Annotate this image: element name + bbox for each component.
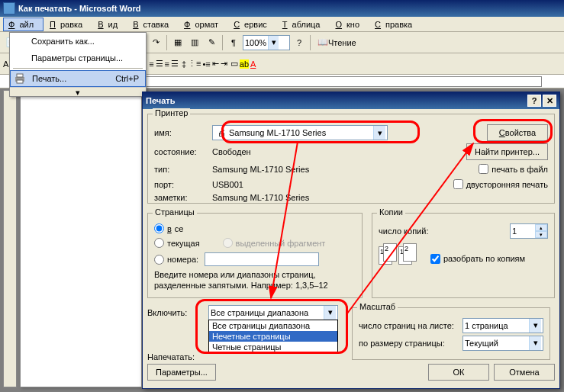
pages-selection-radio[interactable]: выделенный фрагмент <box>223 238 326 248</box>
pages-per-sheet-label: число страниц на листе: <box>359 321 458 330</box>
printer-icon <box>14 72 26 85</box>
printer-group-label: Принтер <box>153 108 190 117</box>
menu-expand[interactable]: ▾ <box>10 87 146 96</box>
copies-label: число копий: <box>379 227 428 236</box>
dialog-titlebar[interactable]: Печать ? ✕ <box>143 92 559 109</box>
line-spacing-button[interactable]: ‡ <box>182 59 186 69</box>
app-titlebar: Как печатать - Microsoft Word <box>0 0 564 17</box>
menu-tools[interactable]: Сервис <box>229 18 276 31</box>
copies-group: Копии число копий: ▴▾ 12 12 разобрать по… <box>372 213 555 298</box>
font-color-button[interactable]: A <box>250 59 256 69</box>
fit-label: по размеру страницы: <box>359 339 458 348</box>
borders-button[interactable]: ▭ <box>230 59 238 69</box>
pages-group-label: Страницы <box>153 207 197 217</box>
styles-button[interactable]: A <box>3 59 8 69</box>
paragraph-marks-button[interactable]: ¶ <box>226 35 241 50</box>
align-center-button[interactable]: ☰ <box>156 59 163 69</box>
svg-rect-2 <box>17 80 23 83</box>
highlight-button[interactable]: ab <box>240 59 249 69</box>
columns-button[interactable]: ▥ <box>187 35 202 50</box>
fit-select[interactable]: Текущий▾ <box>462 336 543 351</box>
read-mode-button[interactable]: 📖 Чтение <box>314 35 360 50</box>
menu-item-save-as[interactable]: Сохранить как... <box>10 33 146 50</box>
help-button[interactable]: ? <box>292 35 307 50</box>
menu-help[interactable]: Справка <box>370 18 421 31</box>
menu-item-print[interactable]: Печать...Ctrl+P <box>10 70 146 87</box>
numbered-list-button[interactable]: ⋮≡ <box>188 59 201 69</box>
menu-separator <box>13 68 143 69</box>
properties-button[interactable]: Свойства <box>487 124 548 141</box>
redo-button[interactable]: ↷ <box>148 35 163 50</box>
menu-view[interactable]: Вид <box>93 18 127 31</box>
copies-group-label: Копии <box>377 207 405 217</box>
document-page[interactable] <box>20 90 142 387</box>
pages-numbers-radio[interactable]: номера: <box>154 252 356 266</box>
pages-current-radio[interactable]: текущая <box>154 238 200 248</box>
menubar: Файл Правка Вид Вставка Формат Сервис Та… <box>0 17 564 32</box>
duplex-checkbox[interactable]: двусторонняя печать <box>453 179 548 189</box>
printer-name-select[interactable]: 🖨 Samsung ML-1710 Series▾ <box>212 125 388 140</box>
justify-button[interactable]: ☰ <box>171 59 179 69</box>
status-value: Свободен <box>212 147 251 156</box>
pages-numbers-input[interactable] <box>205 252 319 266</box>
cancel-button[interactable]: Отмена <box>494 364 555 381</box>
close-button[interactable]: ✕ <box>543 95 556 107</box>
include-opt-odd[interactable]: Нечетные страницы <box>209 331 337 342</box>
params-button[interactable]: Параметры... <box>147 364 216 381</box>
drawing-button[interactable]: ✎ <box>204 35 219 50</box>
menu-window[interactable]: Окно <box>330 18 369 31</box>
include-dropdown-list: Все страницы диапазона Нечетные страницы… <box>208 320 338 353</box>
help-button[interactable]: ? <box>527 95 541 107</box>
type-label: тип: <box>154 165 208 174</box>
menu-item-page-setup[interactable]: Параметры страницы... <box>10 50 146 66</box>
pages-group: Страницы все текущая выделенный фрагмент… <box>147 213 363 298</box>
align-right-button[interactable]: ≡ <box>165 59 169 69</box>
collate-checkbox[interactable]: разобрать по копиям <box>430 254 525 264</box>
include-label: Включить: <box>147 308 204 317</box>
notes-value: Samsung ML-1710 Series <box>212 193 309 202</box>
pages-per-sheet-select[interactable]: 1 страница▾ <box>462 318 543 333</box>
find-printer-button[interactable]: Найти принтер... <box>466 143 548 160</box>
menu-format[interactable]: Формат <box>179 18 227 31</box>
copies-spinner[interactable]: ▴▾ <box>510 223 548 239</box>
pages-hint: Введите номера или диапазоны страниц, ра… <box>154 269 356 291</box>
collate-icon: 12 12 <box>379 243 424 274</box>
include-opt-even[interactable]: Четные страницы <box>209 342 337 352</box>
word-icon <box>3 2 15 14</box>
zoom-combo[interactable]: 100%▾ <box>243 35 290 50</box>
status-label: состояние: <box>154 147 208 156</box>
svg-rect-1 <box>17 74 23 77</box>
scale-group-label: Масштаб <box>357 302 398 311</box>
vertical-ruler[interactable] <box>3 90 17 387</box>
menu-insert[interactable]: Вставка <box>128 18 178 31</box>
pages-all-radio[interactable]: все <box>154 223 356 233</box>
file-dropdown: Сохранить как... Параметры страницы... П… <box>9 32 147 97</box>
port-label: порт: <box>154 180 208 189</box>
table-button[interactable]: ▦ <box>170 35 185 50</box>
scale-group: Масштаб число страниц на листе: 1 страни… <box>352 307 550 360</box>
port-value: USB001 <box>212 180 243 189</box>
menu-edit[interactable]: Правка <box>45 18 92 31</box>
printer-small-icon: 🖨 <box>218 128 226 137</box>
include-select[interactable]: Все страницы диапазона▾ <box>208 305 338 320</box>
include-opt-all[interactable]: Все страницы диапазона <box>209 320 337 331</box>
type-value: Samsung ML-1710 Series <box>212 165 309 174</box>
decrease-indent-button[interactable]: ⇤ <box>212 59 219 69</box>
increase-indent-button[interactable]: ⇥ <box>221 59 227 69</box>
align-left-button[interactable]: ≡ <box>149 59 153 69</box>
ok-button[interactable]: ОК <box>428 364 489 381</box>
menu-table[interactable]: Таблица <box>278 18 330 31</box>
menu-file[interactable]: Файл <box>3 18 44 31</box>
print-to-file-checkbox[interactable]: печать в файл <box>479 164 548 174</box>
printer-name-label: имя: <box>154 128 208 137</box>
app-title: Как печатать - Microsoft Word <box>18 4 140 13</box>
print-dialog: Печать ? ✕ Принтер имя: 🖨 Samsung ML-171… <box>142 92 560 389</box>
notes-label: заметки: <box>154 193 208 202</box>
dialog-title: Печать <box>146 96 175 105</box>
bulleted-list-button[interactable]: •≡ <box>203 59 211 69</box>
printer-group: Принтер имя: 🖨 Samsung ML-1710 Series▾ С… <box>147 114 555 204</box>
